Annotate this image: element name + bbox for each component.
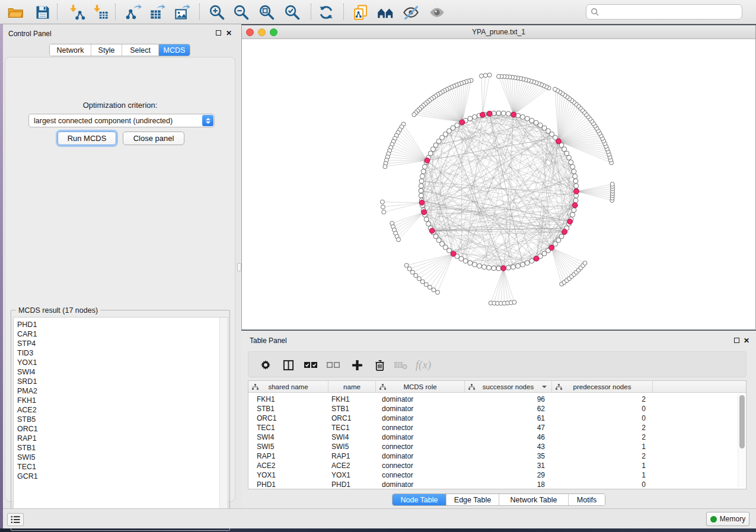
list-item[interactable]: PMA2 [14, 386, 228, 396]
list-item[interactable]: STB1 [14, 443, 228, 453]
list-item[interactable]: TEC1 [14, 462, 228, 472]
unselect-all-icon[interactable] [324, 356, 343, 374]
optimization-criterion-label: Optimization criterion: [5, 101, 235, 110]
toolbar-separator [57, 4, 58, 20]
column-header-mcds-role[interactable]: MCDS role [376, 381, 465, 393]
main-toolbar [0, 0, 756, 24]
mcds-list-scrollbar[interactable] [219, 318, 228, 528]
select-all-icon[interactable] [301, 356, 320, 374]
close-table-panel-icon[interactable]: ✕ [744, 337, 751, 344]
list-item[interactable]: CAR1 [14, 329, 228, 339]
export-image-icon[interactable] [173, 3, 192, 21]
show-column-panel-icon[interactable] [279, 356, 298, 374]
list-item[interactable]: PHD1 [14, 320, 228, 329]
delete-table-disabled-icon [391, 356, 410, 374]
search-icon [591, 8, 599, 17]
float-panel-icon[interactable] [215, 30, 222, 37]
import-network-icon[interactable] [68, 3, 87, 21]
maximize-window-icon[interactable] [270, 28, 277, 36]
tab-mcds[interactable]: MCDS [159, 44, 190, 56]
first-neighbors-icon[interactable] [376, 3, 395, 21]
search-input[interactable] [586, 4, 742, 20]
table-row[interactable]: ACE2ACE2connector311 [248, 461, 746, 470]
toolbar-separator [311, 4, 311, 20]
import-table-icon[interactable] [91, 3, 110, 21]
table-row[interactable]: PHD1PHD1dominator180 [248, 480, 746, 489]
add-column-icon[interactable] [347, 356, 366, 374]
table-row[interactable]: STB1STB1dominator620 [248, 404, 746, 414]
table-row[interactable]: SWI5SWI5connector431 [248, 442, 746, 451]
tab-network-table[interactable]: Network Table [499, 494, 569, 505]
network-window-titlebar[interactable]: YPA_prune.txt_1 [242, 25, 755, 39]
save-session-icon[interactable] [33, 3, 52, 21]
list-item[interactable]: RAP1 [14, 434, 228, 443]
list-item[interactable]: GCR1 [14, 472, 228, 481]
table-row[interactable]: YOX1YOX1connector291 [248, 470, 746, 480]
table-row[interactable]: FKH1FKH1dominator962 [248, 395, 746, 404]
splitter-handle[interactable] [237, 263, 241, 271]
list-item[interactable]: STB5 [14, 415, 228, 424]
close-panel-icon[interactable]: ✕ [226, 30, 233, 37]
list-item[interactable]: STP4 [14, 339, 228, 348]
refresh-icon[interactable] [317, 3, 336, 21]
zoom-fit-icon[interactable] [257, 3, 276, 21]
panel-splitter[interactable] [237, 24, 241, 508]
settings-gear-icon[interactable] [256, 356, 275, 374]
copy-network-icon[interactable] [351, 3, 370, 21]
table-row[interactable]: TEC1TEC1connector472 [248, 423, 746, 432]
tab-node-table[interactable]: Node Table [393, 494, 446, 505]
close-panel-button[interactable]: Close panel [123, 132, 184, 145]
column-header-name[interactable]: name [328, 381, 376, 393]
table-row[interactable]: RAP1RAP1dominator352 [248, 451, 746, 461]
zoom-in-icon[interactable] [208, 3, 227, 21]
network-graph[interactable] [242, 39, 755, 329]
node-table-header: shared name name MCDS role successor nod… [248, 381, 746, 393]
column-header-predecessor-nodes[interactable]: predecessor nodes [552, 381, 653, 393]
tab-network[interactable]: Network [50, 44, 91, 56]
control-panel-title: Control Panel [8, 30, 52, 38]
table-scrollbar[interactable] [738, 394, 745, 488]
list-item[interactable]: SRD1 [14, 377, 228, 386]
list-item[interactable]: SWI5 [14, 453, 228, 462]
hide-selected-icon[interactable] [401, 3, 420, 21]
table-type-tabs: Node Table Edge Table Network Table Moti… [392, 493, 605, 506]
tab-edge-table[interactable]: Edge Table [446, 494, 499, 505]
export-network-icon[interactable] [124, 3, 143, 21]
column-header-shared-name[interactable]: shared name [248, 381, 328, 393]
mcds-result-list: PHD1 CAR1 STP4 TID3 YOX1 SWI4 SRD1 PMA2 … [13, 317, 228, 528]
table-row[interactable]: ORC1ORC1dominator610 [248, 414, 746, 423]
run-mcds-button[interactable]: Run MCDS [58, 132, 116, 145]
zoom-selected-icon[interactable] [283, 3, 302, 21]
list-item[interactable]: YOX1 [14, 358, 228, 367]
memory-status-icon [710, 516, 717, 523]
list-item[interactable]: ORC1 [14, 424, 228, 434]
export-table-icon[interactable] [148, 3, 167, 21]
tab-motifs[interactable]: Motifs [569, 494, 605, 505]
close-window-icon[interactable] [246, 28, 254, 36]
list-item[interactable]: ACE2 [14, 405, 228, 415]
show-task-history-button[interactable] [7, 513, 24, 526]
column-header-successor-nodes[interactable]: successor nodes [465, 381, 552, 393]
memory-button[interactable]: Memory [706, 512, 749, 526]
table-scrollbar-thumb[interactable] [739, 395, 745, 448]
list-item[interactable]: SWI4 [14, 367, 228, 377]
open-session-icon[interactable] [6, 3, 25, 21]
show-all-icon[interactable] [428, 3, 446, 21]
column-namespace-icon [468, 384, 475, 390]
list-item[interactable]: TID3 [14, 348, 228, 358]
tab-select[interactable]: Select [122, 44, 159, 56]
minimize-window-icon[interactable] [258, 28, 266, 36]
criterion-dropdown[interactable]: largest connected component (undirected) [28, 114, 215, 127]
node-table: shared name name MCDS role successor nod… [248, 380, 747, 489]
delete-column-icon[interactable] [370, 356, 389, 374]
dropdown-stepper-icon [202, 115, 213, 126]
network-canvas[interactable] [242, 39, 755, 329]
list-item[interactable]: FKH1 [14, 396, 228, 405]
table-row[interactable]: SWI4SWI4dominator462 [248, 432, 746, 442]
network-window-title: YPA_prune.txt_1 [242, 25, 755, 39]
mcds-result-title: MCDS result (17 nodes) [16, 306, 100, 315]
tab-style[interactable]: Style [91, 44, 122, 56]
float-table-panel-icon[interactable] [733, 337, 740, 344]
zoom-out-icon[interactable] [232, 3, 251, 21]
column-header-filler [653, 381, 746, 393]
